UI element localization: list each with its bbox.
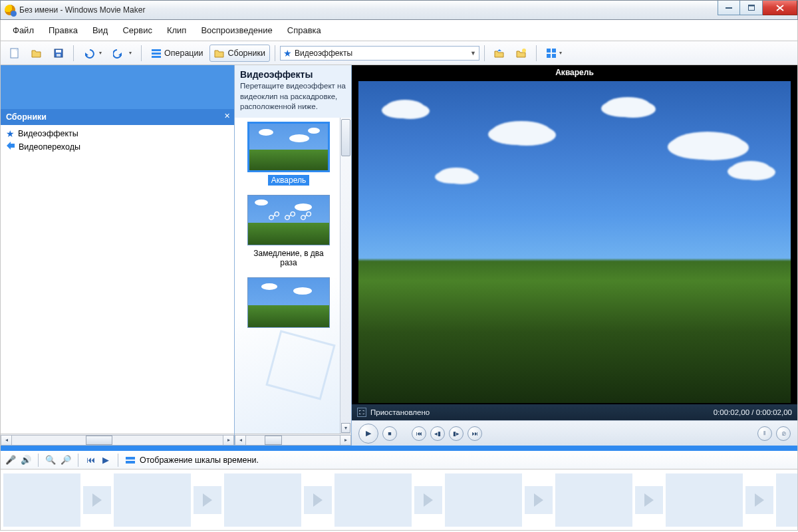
- scroll-thumb[interactable]: [86, 436, 112, 445]
- collections-header-label: Сборники: [6, 112, 47, 122]
- effect-item[interactable]: ☍☍☍ Замедление, в два раза: [247, 195, 330, 268]
- tree-item-video-effects[interactable]: ★ Видеоэффекты: [1, 128, 234, 140]
- narrate-icon[interactable]: 🎤: [5, 454, 17, 466]
- v-scrollbar[interactable]: ▾: [340, 118, 351, 434]
- storyboard-cell[interactable]: [445, 473, 522, 527]
- effect-thumbnail[interactable]: ☍☍☍: [247, 195, 330, 245]
- effect-label: Замедление, в два раза: [247, 248, 330, 268]
- svg-rect-11: [547, 49, 551, 53]
- preview-controls: ▶ ■ ⏮ ◂▮ ▮▸ ⏭ ⦀ ⎚: [352, 420, 797, 446]
- scroll-down-button[interactable]: ▾: [341, 423, 350, 433]
- preview-panel: Акварель ⛶ Приостановлено 0:00:02,00 / 0…: [352, 65, 797, 446]
- save-button[interactable]: [49, 45, 68, 62]
- minimize-button[interactable]: [718, 1, 740, 15]
- preview-status-bar: ⛶ Приостановлено 0:00:02,00 / 0:00:02,00: [352, 404, 797, 420]
- menu-file[interactable]: Файл: [6, 23, 41, 38]
- window-title: Без имени - Windows Movie Maker: [19, 5, 145, 15]
- menu-tools[interactable]: Сервис: [116, 23, 159, 38]
- zoom-in-icon[interactable]: 🔍: [45, 454, 57, 466]
- undo-button[interactable]: ▾: [78, 45, 106, 62]
- forward-button[interactable]: ⏭: [467, 426, 482, 441]
- tasks-button[interactable]: Операции: [146, 45, 207, 62]
- close-panel-icon[interactable]: ✕: [224, 112, 230, 120]
- zoom-out-icon[interactable]: 🔎: [60, 454, 72, 466]
- svg-rect-12: [552, 49, 556, 53]
- collections-sidebar: Сборники ✕ ★ Видеоэффекты Видеопереходы …: [1, 65, 235, 446]
- menubar: Файл Правка Вид Сервис Клип Воспроизведе…: [0, 20, 798, 41]
- effect-label: Акварель: [268, 175, 309, 186]
- maximize-button[interactable]: [740, 1, 763, 15]
- collections-dropdown[interactable]: ★ Видеоэффекты ▼: [280, 46, 479, 61]
- scroll-left-button[interactable]: ◂: [235, 435, 246, 446]
- menu-clip[interactable]: Клип: [160, 23, 193, 38]
- menu-play[interactable]: Воспроизведение: [194, 23, 279, 38]
- menu-help[interactable]: Справка: [281, 23, 328, 38]
- split-button[interactable]: ⦀: [757, 426, 772, 441]
- svg-rect-15: [126, 457, 135, 460]
- scroll-thumb[interactable]: [341, 119, 350, 156]
- menu-edit[interactable]: Правка: [42, 23, 84, 38]
- rewind-timeline-icon[interactable]: ⏮: [84, 454, 96, 466]
- preview-title: Акварель: [352, 65, 797, 80]
- storyboard-cell[interactable]: [114, 473, 191, 527]
- scroll-right-button[interactable]: ▸: [223, 435, 234, 446]
- scroll-thumb[interactable]: [265, 436, 282, 445]
- effects-title: Видеоэффекты: [240, 69, 346, 80]
- effect-item[interactable]: [247, 277, 330, 328]
- h-scrollbar[interactable]: ◂ ▸: [235, 434, 351, 446]
- collections-button[interactable]: Сборники: [209, 45, 269, 62]
- titlebar: Без имени - Windows Movie Maker: [0, 0, 798, 20]
- up-folder-button[interactable]: [489, 45, 509, 62]
- new-folder-button[interactable]: [511, 45, 531, 62]
- open-button[interactable]: [27, 45, 47, 62]
- close-button[interactable]: [763, 1, 797, 15]
- storyboard-cell[interactable]: [776, 473, 798, 527]
- star-icon: ★: [6, 129, 15, 138]
- storyboard-cell[interactable]: [224, 473, 301, 527]
- separator: [0, 446, 798, 451]
- storyboard-cell[interactable]: [666, 473, 743, 527]
- transition-icon: [6, 141, 15, 152]
- storyboard-transition[interactable]: [414, 486, 442, 514]
- play-timeline-icon[interactable]: ▶: [100, 454, 112, 466]
- storyboard-transition[interactable]: [635, 486, 663, 514]
- tree-item-label: Видеоэффекты: [18, 129, 78, 138]
- toolbar: ▾ ▾ Операции Сборники ★ Видеоэффекты ▼ ▾: [0, 41, 798, 65]
- storyboard-cell[interactable]: [334, 473, 412, 527]
- audio-levels-icon[interactable]: 🔊: [20, 454, 32, 466]
- storyboard-transition[interactable]: [194, 486, 221, 514]
- storyboard-cell[interactable]: [3, 473, 80, 527]
- storyboard[interactable]: [0, 469, 798, 531]
- storyboard-transition[interactable]: [304, 486, 332, 514]
- scroll-right-button[interactable]: ▸: [340, 435, 351, 446]
- next-frame-button[interactable]: ▮▸: [449, 426, 464, 441]
- h-scrollbar[interactable]: ◂ ▸: [1, 434, 234, 446]
- timeline-toolbar: 🎤 🔊 🔍 🔎 ⏮ ▶ Отображение шкалы времени.: [0, 451, 798, 469]
- chevron-down-icon: ▼: [470, 50, 476, 57]
- storyboard-transition[interactable]: [83, 486, 111, 514]
- scroll-left-button[interactable]: ◂: [1, 435, 12, 446]
- effect-thumbnail[interactable]: [247, 277, 330, 328]
- prev-frame-button[interactable]: ◂▮: [430, 426, 445, 441]
- redo-button[interactable]: ▾: [108, 45, 136, 62]
- svg-rect-9: [152, 56, 161, 58]
- storyboard-transition[interactable]: [525, 486, 553, 514]
- tree-item-video-transitions[interactable]: Видеопереходы: [1, 140, 234, 154]
- storyboard-cell[interactable]: [555, 473, 632, 527]
- new-button[interactable]: [5, 45, 25, 62]
- rewind-button[interactable]: ⏮: [412, 426, 426, 441]
- stop-button[interactable]: ■: [382, 426, 397, 441]
- view-options-button[interactable]: ▾: [541, 45, 567, 62]
- svg-rect-5: [56, 50, 61, 53]
- fullscreen-icon[interactable]: ⛶: [357, 408, 366, 417]
- play-button[interactable]: ▶: [358, 424, 378, 444]
- storyboard-transition[interactable]: [745, 486, 773, 514]
- menu-view[interactable]: Вид: [86, 23, 115, 38]
- tasks-label: Операции: [164, 49, 203, 58]
- effect-item[interactable]: Акварель: [247, 122, 330, 186]
- snapshot-button[interactable]: ⎚: [776, 426, 791, 441]
- effects-panel: Видеоэффекты Перетащите видеоэффект на в…: [235, 65, 352, 446]
- timeline-view-icon[interactable]: [124, 454, 136, 466]
- effect-thumbnail[interactable]: [247, 122, 330, 172]
- effects-subtitle: Перетащите видеоэффект на видеоклип на р…: [240, 81, 346, 112]
